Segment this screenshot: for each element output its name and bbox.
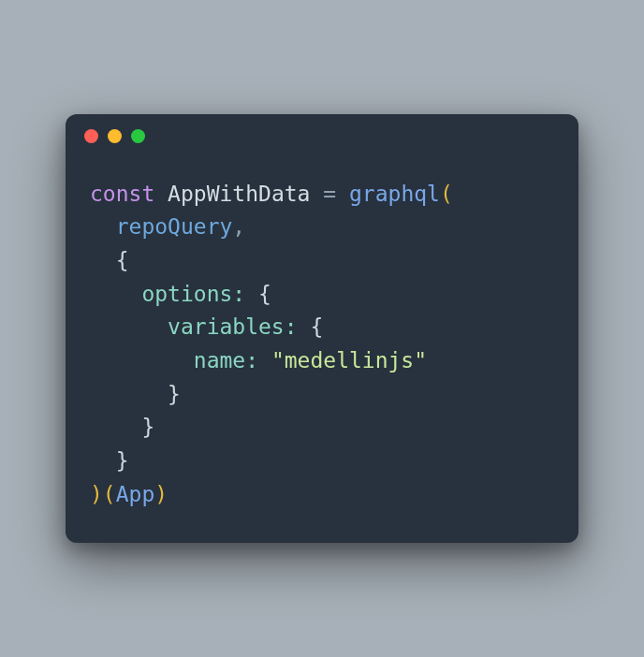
close-icon[interactable] — [84, 129, 98, 143]
colon: : — [245, 348, 258, 372]
string-literal: "medellinjs" — [271, 348, 427, 372]
paren-open: ( — [440, 182, 453, 206]
property-name: name — [194, 348, 245, 372]
property-options: options — [141, 282, 232, 306]
brace-close: } — [168, 382, 181, 406]
brace-open: { — [116, 248, 129, 272]
paren-open: ( — [103, 482, 116, 506]
brace-open: { — [310, 314, 323, 339]
zoom-icon[interactable] — [131, 129, 145, 143]
titlebar — [66, 114, 578, 159]
function-call: graphql — [349, 182, 440, 206]
brace-close: } — [116, 448, 129, 473]
identifier-app: App — [116, 482, 155, 506]
minimize-icon[interactable] — [108, 129, 122, 143]
code-block: const AppWithData = graphql( repoQuery, … — [66, 159, 578, 543]
colon: : — [232, 282, 245, 306]
operator-equals: = — [323, 182, 336, 206]
colon: : — [285, 314, 298, 339]
comma: , — [232, 214, 245, 239]
paren-close: ) — [154, 482, 168, 506]
code-window: const AppWithData = graphql( repoQuery, … — [66, 114, 578, 543]
brace-open: { — [258, 282, 271, 306]
brace-close: } — [141, 415, 154, 439]
argument: repoQuery — [116, 214, 233, 239]
paren-close: ) — [90, 482, 103, 506]
keyword-const: const — [90, 182, 154, 206]
identifier: AppWithData — [168, 182, 310, 206]
property-variables: variables — [168, 314, 285, 339]
